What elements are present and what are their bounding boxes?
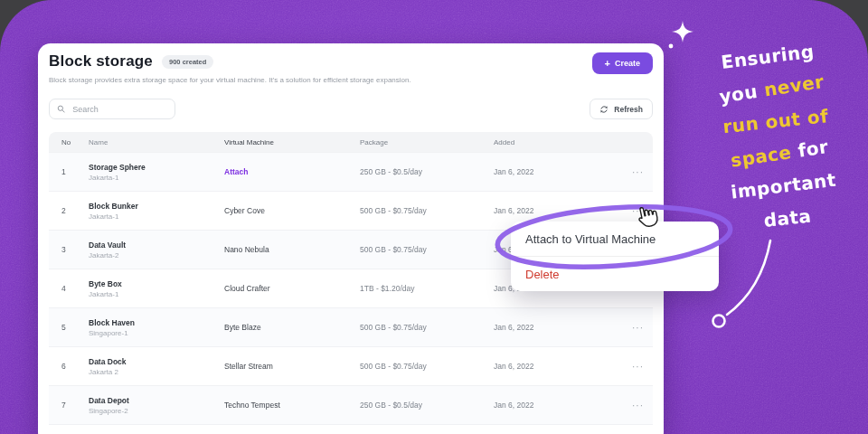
attach-link[interactable]: Attach xyxy=(224,167,360,176)
more-options-icon[interactable]: ··· xyxy=(632,167,644,177)
table-row: 6 Data Dock Jakarta 2 Stellar Stream 500… xyxy=(49,346,653,385)
row-name-cell: Data Dock Jakarta 2 xyxy=(89,357,224,376)
storage-location: Jakarta-2 xyxy=(89,251,224,259)
storage-location: Jakarta-1 xyxy=(89,174,224,182)
storage-name: Block Bunker xyxy=(89,202,224,211)
table-header: No Name Virtual Machine Package Added xyxy=(49,132,653,152)
menu-item-attach-to-vm[interactable]: Attach to Virtual Machine xyxy=(511,222,719,256)
added-date-cell: Jan 6, 2022 xyxy=(494,362,593,371)
refresh-icon xyxy=(599,105,609,114)
column-header-added: Added xyxy=(494,138,593,146)
refresh-button[interactable]: Refresh xyxy=(590,99,653,119)
row-context-menu: Attach to Virtual Machine Delete xyxy=(511,222,719,291)
table-body: 1 Storage Sphere Jakarta-1 Attach 250 GB… xyxy=(49,152,653,434)
search-box[interactable] xyxy=(49,99,175,119)
more-options-icon[interactable]: ··· xyxy=(632,401,644,410)
row-number: 3 xyxy=(49,245,89,254)
row-number: 2 xyxy=(49,206,89,215)
added-date-cell: Jan 6, 2022 xyxy=(494,401,593,410)
storage-name: Block Haven xyxy=(89,318,224,327)
refresh-button-label: Refresh xyxy=(614,105,643,114)
column-header-vm: Virtual Machine xyxy=(224,138,360,146)
page-title: Block storage xyxy=(49,52,153,71)
column-header-name: Name xyxy=(89,138,224,146)
more-options-icon[interactable]: ··· xyxy=(632,362,644,372)
virtual-machine-cell: Nano Nebula xyxy=(224,245,360,254)
storage-location: Singapore-2 xyxy=(89,407,224,415)
column-header-no: No xyxy=(49,138,89,146)
marketing-text: Ensuringyou neverrun out ofspace forimpo… xyxy=(678,30,868,245)
table-row: 7 Data Depot Singapore-2 Techno Tempest … xyxy=(49,385,653,424)
virtual-machine-cell: Byte Blaze xyxy=(224,323,360,332)
more-options-icon[interactable]: ··· xyxy=(632,323,644,333)
row-name-cell: Data Depot Singapore-2 xyxy=(89,396,224,415)
added-date-cell: Jan 6, 2022 xyxy=(494,323,593,332)
row-name-cell: Data Vault Jakarta-2 xyxy=(89,241,224,259)
row-number: 5 xyxy=(49,323,89,332)
row-number: 7 xyxy=(49,401,89,410)
created-count-badge: 900 created xyxy=(162,55,213,69)
table-row: 8 Data S xyxy=(49,424,653,434)
row-number: 4 xyxy=(49,284,89,293)
storage-name: Storage Sphere xyxy=(89,163,224,172)
virtual-machine-cell: Cyber Cove xyxy=(224,206,360,215)
row-name-cell: Byte Box Jakarta-1 xyxy=(89,279,224,298)
storage-location: Singapore-1 xyxy=(89,329,224,337)
virtual-machine-cell: Cloud Crafter xyxy=(224,284,360,293)
added-date-cell: Jan 6, 2022 xyxy=(494,167,593,176)
storage-location: Jakarta-1 xyxy=(89,212,224,221)
page-subtitle: Block storage provides extra storage spa… xyxy=(49,76,411,84)
package-cell: 500 GB - $0.75/day xyxy=(360,362,494,371)
package-cell: 250 GB - $0.5/day xyxy=(360,401,494,410)
search-input[interactable] xyxy=(71,104,167,115)
row-name-cell: Block Bunker Jakarta-1 xyxy=(89,202,224,221)
menu-item-delete[interactable]: Delete xyxy=(511,257,719,291)
column-header-package: Package xyxy=(360,138,494,146)
create-button-label: Create xyxy=(615,59,640,68)
storage-location: Jakarta-1 xyxy=(89,290,224,298)
table-row: 5 Block Haven Singapore-1 Byte Blaze 500… xyxy=(49,307,653,346)
sparkle-icon xyxy=(665,18,702,54)
table-row: 1 Storage Sphere Jakarta-1 Attach 250 GB… xyxy=(49,152,653,191)
package-cell: 500 GB - $0.75/day xyxy=(360,245,494,254)
package-cell: 1TB - $1.20/day xyxy=(360,284,494,293)
added-date-cell: Jan 6, 2022 xyxy=(494,206,593,215)
storage-name: Data Vault xyxy=(89,241,224,250)
search-icon xyxy=(57,104,65,114)
package-cell: 500 GB - $0.75/day xyxy=(360,206,494,215)
row-name-cell: Storage Sphere Jakarta-1 xyxy=(89,163,224,182)
storage-name: Data Depot xyxy=(89,396,224,405)
virtual-machine-cell: Stellar Stream xyxy=(224,362,360,371)
virtual-machine-cell: Techno Tempest xyxy=(224,401,360,410)
create-button[interactable]: + Create xyxy=(592,52,653,74)
more-options-icon[interactable]: ··· xyxy=(632,206,644,216)
storage-name: Data Dock xyxy=(89,357,224,366)
row-number: 1 xyxy=(49,167,89,176)
package-cell: 250 GB - $0.5/day xyxy=(360,167,494,176)
row-name-cell: Block Haven Singapore-1 xyxy=(89,318,224,337)
storage-name: Byte Box xyxy=(89,279,224,288)
storage-location: Jakarta 2 xyxy=(89,368,224,376)
row-number: 6 xyxy=(49,362,89,371)
package-cell: 500 GB - $0.75/day xyxy=(360,323,494,332)
